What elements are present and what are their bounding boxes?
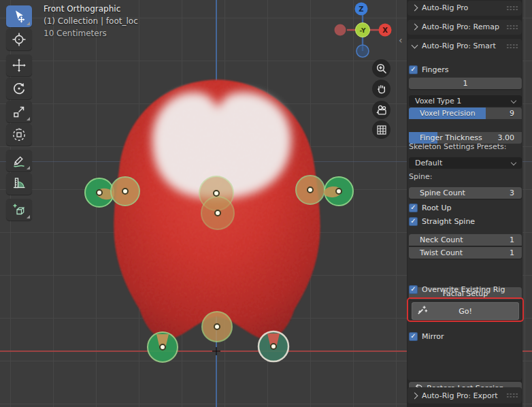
slider-label: Finger Thickness	[409, 133, 498, 142]
panel-auto-rig-pro: Auto-Rig Pro	[408, 1, 522, 16]
pan-hand-icon	[376, 83, 388, 95]
drag-grip-icon[interactable]	[506, 5, 518, 11]
panel-title: Auto-Rig Pro: Export	[422, 391, 506, 400]
tool-add-cube[interactable]	[6, 199, 32, 221]
drag-grip-icon[interactable]	[506, 393, 518, 398]
panel-header-auto-rig-pro[interactable]: Auto-Rig Pro	[408, 1, 522, 15]
viewport-header-text: Front Orthographic (1) Collection | foot…	[44, 3, 138, 39]
panel-remap: Auto-Rig Pro: Remap	[408, 20, 522, 35]
tool-rotate[interactable]	[6, 78, 32, 99]
zoom-icon	[376, 63, 388, 75]
slider-label: Voxel Precision	[409, 109, 510, 118]
fingers-checkbox[interactable]: ✓ Fingers	[409, 65, 522, 74]
pan-button[interactable]	[372, 80, 390, 98]
root-up-checkbox[interactable]: ✓ Root Up	[409, 203, 522, 212]
field-value: 1	[510, 235, 522, 244]
panel-title: Auto-Rig Pro: Remap	[422, 22, 506, 31]
magic-wand-icon	[416, 304, 428, 318]
chevron-down-icon	[511, 159, 516, 165]
check-icon: ✓	[410, 204, 416, 211]
field-label: Twist Count	[409, 248, 510, 257]
straight-spine-checkbox[interactable]: ✓ Straight Spine	[409, 216, 522, 226]
gizmo-axis-neg-z[interactable]	[356, 45, 369, 57]
annotation-highlight-box: Go!	[407, 297, 524, 322]
tool-tweak-select[interactable]	[6, 5, 32, 27]
svg-text:X: X	[382, 27, 388, 34]
twist-count-field[interactable]: Twist Count 1	[409, 247, 522, 259]
finger-thickness-slider[interactable]: Finger Thickness 3.00	[409, 132, 522, 144]
panel-header-smart[interactable]: Auto-Rig Pro: Smart	[408, 39, 522, 53]
gizmo-axis-x[interactable]: X	[379, 24, 392, 37]
checkbox-label: Overwrite Existing Rig	[422, 285, 505, 294]
chevron-right-icon	[412, 392, 418, 399]
scale-icon	[12, 104, 27, 119]
origin-cursor	[212, 347, 220, 355]
zoom-button[interactable]	[372, 59, 390, 78]
marker-chin[interactable]	[199, 176, 234, 229]
spine-section-label: Spine:	[409, 172, 522, 181]
sidebar: Auto-Rig Pro Auto-Rig Pro: Remap Auto-Ri…	[407, 0, 522, 407]
check-icon: ✓	[410, 333, 416, 340]
checkbox-checked[interactable]: ✓	[409, 285, 418, 294]
svg-text:Z: Z	[359, 5, 363, 13]
mirror-checkbox[interactable]: ✓ Mirror	[409, 331, 522, 341]
tool-scale[interactable]	[6, 101, 32, 123]
slider-value: 9	[510, 109, 522, 118]
finger-count-field[interactable]: 1	[409, 78, 522, 89]
checkbox-label: Fingers	[422, 65, 449, 74]
chevron-right-icon	[412, 24, 418, 31]
chevron-down-icon	[511, 97, 516, 103]
tool-move[interactable]	[6, 54, 32, 76]
blender-window: Front Orthographic (1) Collection | foot…	[0, 0, 532, 407]
tool-measure[interactable]	[6, 173, 32, 195]
panel-title: Auto-Rig Pro	[422, 3, 506, 12]
overwrite-checkbox[interactable]: ✓ Overwrite Existing Rig	[409, 284, 522, 294]
panel-header-export[interactable]: Auto-Rig Pro: Export	[408, 387, 522, 404]
presets-label: Skeleton Settings Presets:	[409, 142, 522, 151]
chevron-right-icon	[412, 5, 418, 12]
field-label: Spine Count	[409, 189, 510, 197]
tweak-select-icon	[12, 9, 27, 24]
chevron-down-icon	[412, 42, 418, 48]
field-label: Neck Count	[409, 235, 510, 244]
field-value: 1	[510, 248, 522, 257]
move-icon	[12, 58, 27, 73]
preset-dropdown[interactable]: Default	[409, 157, 522, 169]
region-collapse-arrow[interactable]: ‹	[399, 35, 403, 45]
tool-annotate[interactable]	[6, 150, 32, 172]
grid-ortho-icon	[376, 124, 388, 136]
gizmo-axis-neg-x[interactable]	[335, 25, 346, 36]
voxel-type-dropdown[interactable]: Voxel Type 1	[409, 95, 522, 107]
gizmo-axis-z[interactable]: Z	[355, 3, 368, 16]
check-icon: ✓	[410, 218, 416, 225]
checkbox-checked[interactable]: ✓	[409, 217, 418, 226]
drag-grip-icon[interactable]	[506, 44, 518, 49]
svg-text:-Y: -Y	[360, 27, 366, 34]
drag-grip-icon[interactable]	[506, 25, 518, 30]
check-icon: ✓	[410, 66, 416, 73]
annotate-icon	[12, 153, 27, 168]
voxel-precision-slider[interactable]: Voxel Precision 9	[409, 108, 522, 119]
checkbox-checked[interactable]: ✓	[409, 65, 418, 74]
tool-cursor[interactable]	[6, 29, 32, 50]
active-object: (1) Collection | foot_loc	[44, 15, 138, 27]
navigation-gizmo[interactable]: Z X -Y	[330, 0, 398, 63]
checkbox-label: Root Up	[422, 204, 451, 212]
add-cube-icon	[12, 202, 27, 217]
checkbox-checked[interactable]: ✓	[409, 332, 418, 341]
slider-value: 3.00	[498, 133, 522, 142]
tool-transform[interactable]	[6, 124, 32, 146]
camera-view-button[interactable]	[372, 101, 390, 119]
panel-title: Auto-Rig Pro: Smart	[422, 42, 506, 50]
panel-header-remap[interactable]: Auto-Rig Pro: Remap	[408, 20, 522, 34]
spine-count-field[interactable]: Spine Count 3	[409, 187, 522, 199]
finger-count-value: 1	[463, 79, 468, 88]
go-button[interactable]: Go!	[412, 302, 519, 320]
gizmo-axis-neg-y-front[interactable]: -Y	[356, 23, 370, 37]
camera-view-icon	[376, 104, 388, 116]
neck-count-field[interactable]: Neck Count 1	[409, 234, 522, 246]
ortho-grid-button[interactable]	[372, 120, 390, 139]
rotate-icon	[12, 81, 27, 96]
checkbox-checked[interactable]: ✓	[409, 204, 418, 212]
panel-smart: Auto-Rig Pro: Smart ✓ Fingers 1 Voxel Ty…	[408, 39, 522, 380]
